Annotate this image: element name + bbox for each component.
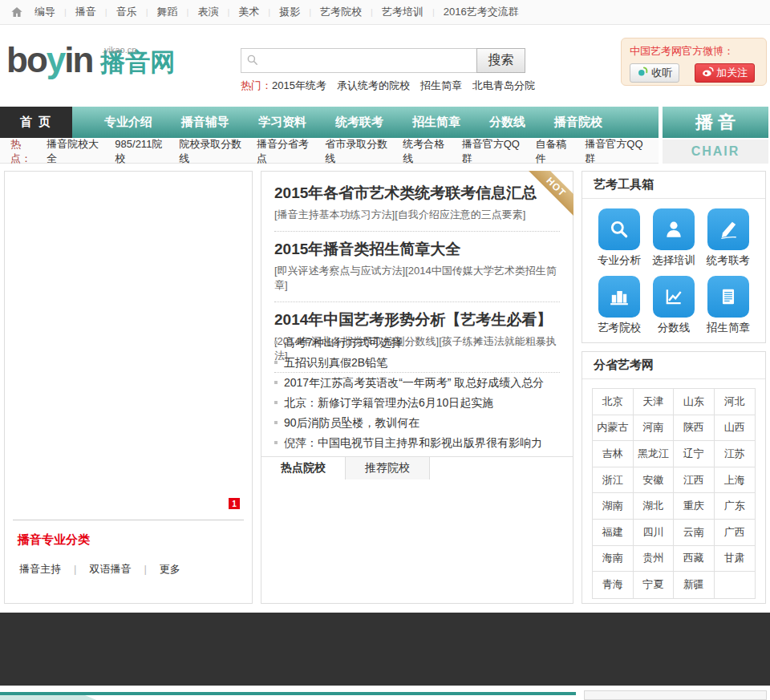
topbar-link-qq-group[interactable]: 2016艺考交流群: [444, 5, 519, 19]
news-item[interactable]: 2017年江苏高考英语改“一年两考” 取总好成绩入总分: [274, 373, 560, 393]
hot-link-admission-guide[interactable]: 招生简章: [420, 79, 462, 93]
nav-item-colleges[interactable]: 播音院校: [554, 115, 602, 130]
topbar-link-sheying[interactable]: 摄影: [279, 5, 300, 19]
hotspot-link-college-score[interactable]: 院校录取分数线: [179, 137, 245, 166]
nav-item-study-material[interactable]: 学习资料: [258, 115, 306, 130]
province-cell[interactable]: 山西: [715, 415, 756, 442]
search-input[interactable]: [241, 48, 477, 73]
topbar-link-yikao-training[interactable]: 艺考培训: [382, 5, 424, 19]
hotspot-link-college-list[interactable]: 播音院校大全: [47, 137, 103, 166]
topbar-link-meishu[interactable]: 美术: [238, 5, 259, 19]
hot-keywords: 热门： 2015年统考 承认统考的院校 招生简章 北电青岛分院: [241, 79, 545, 93]
province-cell[interactable]: 云南: [674, 520, 715, 546]
tool-unified-exam[interactable]: 统考联考: [707, 208, 750, 268]
feature-subtitle[interactable]: [即兴评述考察点与应试方法][2014中国传媒大学艺术类招生简章]: [274, 264, 560, 293]
nav-item-home[interactable]: 首 页: [0, 107, 72, 138]
page: 编导 播音 音乐 舞蹈 表演 美术 摄影 艺考院校 艺考培训 2016艺考交流群…: [0, 0, 770, 700]
province-cell[interactable]: 广东: [715, 493, 756, 520]
province-cell[interactable]: 广西: [715, 520, 756, 546]
tool-major-analysis[interactable]: 专业分析: [598, 208, 641, 268]
nav-item-unified-exam[interactable]: 统考联考: [335, 115, 383, 130]
province-cell[interactable]: 黑龙江: [634, 441, 675, 467]
hotspot-link-self-script[interactable]: 自备稿件: [535, 137, 573, 166]
province-cell[interactable]: 内蒙古: [593, 415, 634, 442]
hot-link-tongkao[interactable]: 2015年统考: [272, 79, 326, 93]
province-cell[interactable]: 山东: [674, 389, 715, 415]
header: boyin .yikao.cn 播音网 搜索 热门： 2015年统考 承认统考的…: [0, 25, 770, 100]
nav-item-score-line[interactable]: 分数线: [489, 115, 525, 130]
province-cell[interactable]: 浙江: [593, 467, 634, 494]
province-cell[interactable]: 四川: [634, 520, 675, 546]
topbar-link-yikao-colleges[interactable]: 艺考院校: [320, 5, 362, 19]
topbar-menu: 编导 播音 音乐 舞蹈 表演 美术 摄影 艺考院校 艺考培训 2016艺考交流群: [34, 5, 519, 19]
feature-title[interactable]: 2015年各省市艺术类统考联考信息汇总: [274, 183, 560, 204]
topbar-link-boyin[interactable]: 播音: [75, 5, 96, 19]
province-cell[interactable]: 吉林: [593, 441, 634, 467]
news-item[interactable]: 倪萍：中国电视节目主持界和影视出版界很有影响力: [274, 433, 560, 453]
tool-score-line[interactable]: 分数线: [653, 276, 695, 335]
feature-title[interactable]: 2014年中国艺考形势分析【艺考生必看】: [274, 310, 560, 330]
carousel[interactable]: [5, 172, 252, 491]
category-link-more[interactable]: 更多: [131, 562, 180, 577]
province-cell[interactable]: 陕西: [674, 415, 715, 442]
home-icon[interactable]: [10, 6, 34, 18]
weibo-follow-button[interactable]: 加关注: [695, 63, 755, 83]
province-cell[interactable]: 青海: [593, 572, 634, 598]
topbar-link-yinyue[interactable]: 音乐: [116, 5, 137, 19]
province-cell[interactable]: 江苏: [715, 441, 756, 467]
province-cell[interactable]: 天津: [634, 389, 675, 415]
weibo-listen-button[interactable]: 收听: [630, 63, 679, 83]
topbar-link-biaoyan[interactable]: 表演: [197, 5, 218, 19]
province-cell[interactable]: 湖南: [593, 493, 634, 520]
province-cell[interactable]: 辽宁: [674, 441, 715, 467]
nav-item-coaching[interactable]: 播音辅导: [181, 115, 229, 130]
feature-subtitle[interactable]: [播音主持基本功练习方法][自我介绍应注意的三点要素]: [274, 208, 560, 222]
news-item[interactable]: 五招识别真假2B铅笔: [274, 353, 560, 373]
province-cell[interactable]: 重庆: [674, 493, 715, 520]
province-cell[interactable]: 北京: [593, 389, 634, 415]
news-item[interactable]: 高考7种出行方式可选择: [274, 333, 560, 353]
province-cell[interactable]: 上海: [715, 467, 756, 494]
site-logo[interactable]: boyin .yikao.cn 播音网: [6, 42, 175, 78]
hotspot-link-qq-group-1[interactable]: 播音官方QQ群: [462, 137, 524, 166]
province-cell[interactable]: 新疆: [674, 572, 715, 598]
hotspot-link-qq-group-2[interactable]: 播音官方QQ群: [585, 137, 646, 166]
province-cell[interactable]: 江西: [674, 467, 715, 494]
feature-title[interactable]: 2015年播音类招生简章大全: [274, 239, 560, 260]
province-cell[interactable]: 西藏: [674, 546, 715, 573]
province-cell[interactable]: 湖北: [634, 493, 675, 520]
news-item[interactable]: 90后消防员坠楼，教训何在: [274, 413, 560, 433]
category-link-hosting[interactable]: 播音主持: [19, 562, 61, 577]
province-cell[interactable]: 河南: [634, 415, 675, 442]
nav-item-major-intro[interactable]: 专业介绍: [104, 115, 152, 130]
province-cell[interactable]: 宁夏: [634, 572, 675, 598]
tool-choose-training[interactable]: 选择培训: [652, 208, 695, 268]
province-cell[interactable]: 甘肃: [715, 546, 756, 573]
category-link-bilingual[interactable]: 双语播音: [61, 562, 131, 577]
tab-hot-colleges[interactable]: 热点院校: [261, 457, 345, 479]
tool-admission-guide[interactable]: 招生简章: [707, 276, 750, 335]
province-cell[interactable]: 安徽: [634, 467, 675, 494]
province-cell[interactable]: 海南: [593, 546, 634, 573]
province-cell[interactable]: 福建: [593, 520, 634, 546]
search-button[interactable]: 搜索: [476, 48, 525, 73]
carousel-page-indicator[interactable]: 1: [229, 498, 240, 509]
topbar: 编导 播音 音乐 舞蹈 表演 美术 摄影 艺考院校 艺考培训 2016艺考交流群: [0, 0, 770, 25]
topbar-link-biandao[interactable]: 编导: [34, 5, 55, 19]
category-links: 播音主持 双语播音 更多: [19, 562, 180, 577]
hotspot-link-province-sites[interactable]: 播音分省考点: [257, 137, 313, 166]
tab-recommended-colleges[interactable]: 推荐院校: [345, 457, 430, 479]
tool-colleges[interactable]: 艺考院校: [598, 276, 641, 335]
hot-link-beidian-qingdao[interactable]: 北电青岛分院: [472, 79, 535, 93]
province-cell[interactable]: 河北: [715, 389, 756, 415]
search-icon: [246, 54, 259, 70]
hotspot-link-985-211[interactable]: 985/211院校: [115, 137, 167, 166]
province-cell[interactable]: 贵州: [634, 546, 675, 573]
hot-link-accepting-colleges[interactable]: 承认统考的院校: [337, 79, 410, 93]
nav-item-admission-guide[interactable]: 招生简章: [412, 115, 460, 130]
hotspot-link-pass-line[interactable]: 统考合格线: [403, 137, 450, 166]
topbar-link-wudao[interactable]: 舞蹈: [157, 5, 178, 19]
news-item[interactable]: 北京：新修订学籍管理办法6月10日起实施: [274, 393, 560, 413]
hotspot-link-province-score[interactable]: 省市录取分数线: [325, 137, 391, 166]
toolbox-panel: 艺考工具箱 专业分析 选择培训 统考联考: [582, 171, 766, 343]
